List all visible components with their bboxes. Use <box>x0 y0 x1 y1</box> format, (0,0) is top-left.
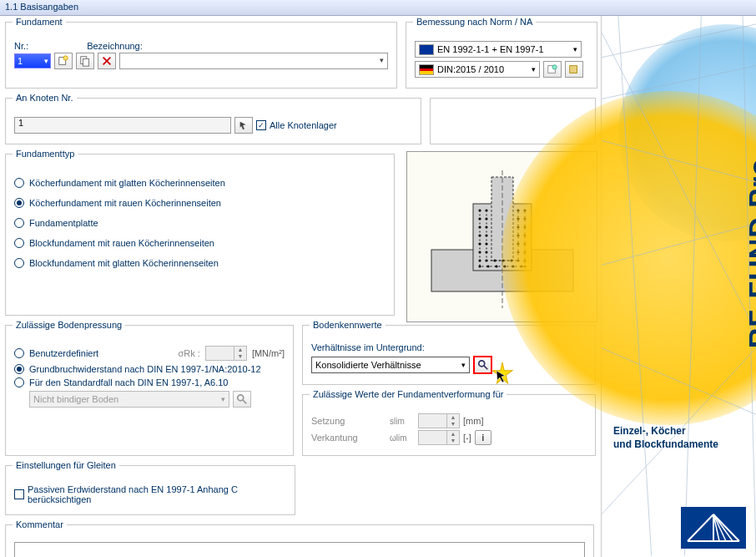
boden-option-benutzer[interactable]: Benutzerdefiniert σRk : ▲▼ [MN/m²] <box>14 346 285 361</box>
svg-point-33 <box>485 217 487 220</box>
window-title: 1.1 Basisangaben <box>0 0 756 16</box>
verkantung-sym: ωlim <box>390 433 415 443</box>
svg-point-17 <box>478 259 481 261</box>
svg-point-16 <box>478 251 481 253</box>
fundament-group-title: Fundament <box>13 17 66 27</box>
sigma-unit: [MN/m²] <box>252 348 285 358</box>
fundamenttyp-group-title: Fundamenttyp <box>13 149 78 159</box>
svg-point-13 <box>478 225 481 228</box>
kommentar-input[interactable] <box>14 542 585 557</box>
setzung-sym: slim <box>390 417 415 426</box>
verhaeltnis-details-button[interactable] <box>473 356 492 374</box>
kommentar-group: Kommentar <box>5 524 594 557</box>
svg-point-19 <box>486 265 489 267</box>
svg-point-35 <box>485 234 487 236</box>
svg-rect-3 <box>83 58 88 66</box>
svg-rect-6 <box>570 66 577 73</box>
ftyp-option-2[interactable]: Fundamentplatte <box>14 218 386 228</box>
bemessung-group: Bemessung nach Norm / NA EN 1992-1-1 + E… <box>406 22 597 89</box>
boden-option-din[interactable]: Grundbruchwiderstand nach DIN EN 1997-1/… <box>14 364 285 374</box>
svg-line-66 <box>688 514 713 541</box>
svg-point-15 <box>478 242 481 245</box>
boden-option-std[interactable]: Für den Standardfall nach DIN EN 1997-1,… <box>14 377 285 387</box>
alle-knotenlager-label: Alle Knotenlager <box>270 120 337 130</box>
svg-line-62 <box>602 33 756 332</box>
na-book-icon[interactable] <box>543 61 562 78</box>
kommentar-group-title: Kommentar <box>13 519 67 529</box>
na-select[interactable]: DIN:2015 / 2010 <box>415 61 540 78</box>
ftyp-option-4[interactable]: Blockfundament mit glatten Köcherinnense… <box>14 258 386 268</box>
nr-label: Nr.: <box>14 41 28 51</box>
verkantung-input: ▲▼ <box>418 430 460 445</box>
pick-node-icon[interactable] <box>234 117 253 134</box>
boden-type-select: Nicht bindiger Boden <box>29 391 229 408</box>
svg-point-14 <box>478 234 481 236</box>
new-icon[interactable] <box>54 53 73 69</box>
setzung-label: Setzung <box>311 416 386 426</box>
ftyp-option-1[interactable]: Köcherfundament mit rauen Köcherinnensei… <box>14 198 386 208</box>
passiver-erdwiderstand-label: Passiven Erdwiderstand nach EN 1997-1 An… <box>28 484 278 504</box>
passiver-erdwiderstand-checkbox[interactable]: Passiven Erdwiderstand nach EN 1997-1 An… <box>14 484 286 504</box>
sidebar-branding: RF-FUND Pro Einzel-, Köcher und Blockfun… <box>601 16 756 557</box>
svg-point-37 <box>485 251 487 253</box>
dlubal-logo <box>681 507 746 549</box>
bezeichnung-input[interactable] <box>119 53 388 69</box>
verkantung-unit: [-] <box>463 433 471 443</box>
svg-point-34 <box>485 225 487 228</box>
svg-point-5 <box>552 65 557 69</box>
svg-line-57 <box>602 224 756 266</box>
norm-select[interactable]: EN 1992-1-1 + EN 1997-1 <box>415 41 582 58</box>
fundamenttyp-group: Fundamenttyp Köcherfundament mit glatten… <box>5 154 395 316</box>
svg-line-54 <box>602 24 756 58</box>
svg-point-18 <box>478 265 481 267</box>
knoten-input[interactable]: 1 <box>14 117 231 134</box>
svg-point-12 <box>478 217 481 220</box>
bez-label: Bezeichnung: <box>87 41 143 51</box>
brand-subtitle: Einzel-, Köcher und Blockfundamente <box>613 425 718 451</box>
svg-point-32 <box>485 209 487 211</box>
fundamentverformung-group-title: Zulässige Werte der Fundamentverformung … <box>310 389 507 399</box>
alle-knotenlager-checkbox[interactable]: ✓ Alle Knotenlager <box>256 120 337 130</box>
setzung-input: ▲▼ <box>418 413 460 428</box>
svg-point-1 <box>63 56 68 60</box>
svg-line-60 <box>684 16 701 555</box>
fundamentverformung-group: Zulässige Werte der Fundamentverformung … <box>302 394 596 456</box>
verhaeltnis-select[interactable]: Konsolidierte Verhältnisse <box>311 357 470 373</box>
knoten-group-title: An Knoten Nr. <box>13 93 77 103</box>
brand-name: RF-FUND Pro <box>743 158 756 348</box>
bodenpressung-group-title: Zulässige Bodenpressung <box>13 320 125 330</box>
svg-point-39 <box>493 259 496 261</box>
svg-line-52 <box>483 366 486 369</box>
svg-line-55 <box>602 66 756 99</box>
delete-icon[interactable] <box>98 53 116 69</box>
svg-line-50 <box>243 400 246 403</box>
nr-dropdown[interactable]: 1 <box>14 53 51 68</box>
svg-point-36 <box>485 242 487 245</box>
svg-point-11 <box>478 209 481 211</box>
boden-details-icon <box>233 391 251 408</box>
ftyp-option-0[interactable]: Köcherfundament mit glatten Köcherinnens… <box>14 178 386 188</box>
cursor-icon <box>495 369 508 382</box>
sigma-label: σRk : <box>179 348 200 358</box>
knoten-group: An Knoten Nr. 1 ✓ Alle Knotenlager <box>5 98 421 144</box>
fundament-group: Fundament Nr.: Bezeichnung: 1 <box>5 22 397 89</box>
svg-point-49 <box>238 395 244 401</box>
svg-line-56 <box>602 140 756 182</box>
copy-icon[interactable] <box>76 53 94 69</box>
info-icon[interactable]: i <box>475 430 491 445</box>
bemessung-group-title: Bemessung nach Norm / NA <box>413 17 536 27</box>
svg-line-67 <box>713 514 739 541</box>
gleiten-group: Einstellungen für Gleiten Passiven Erdwi… <box>5 465 295 515</box>
svg-line-68 <box>713 514 726 541</box>
na-settings-icon[interactable] <box>565 61 583 78</box>
sigma-input: ▲▼ <box>205 346 247 361</box>
gleiten-group-title: Einstellungen für Gleiten <box>13 460 119 470</box>
setzung-unit: [mm] <box>463 416 483 426</box>
verkantung-label: Verkantung <box>311 433 386 443</box>
svg-line-58 <box>602 348 756 415</box>
bodenpressung-group: Zulässige Bodenpressung Benutzerdefinier… <box>5 325 294 456</box>
svg-point-20 <box>495 265 497 267</box>
svg-point-51 <box>478 361 484 367</box>
ftyp-option-3[interactable]: Blockfundament mit rauen Köcherinnenseit… <box>14 238 386 248</box>
svg-point-38 <box>485 259 487 261</box>
